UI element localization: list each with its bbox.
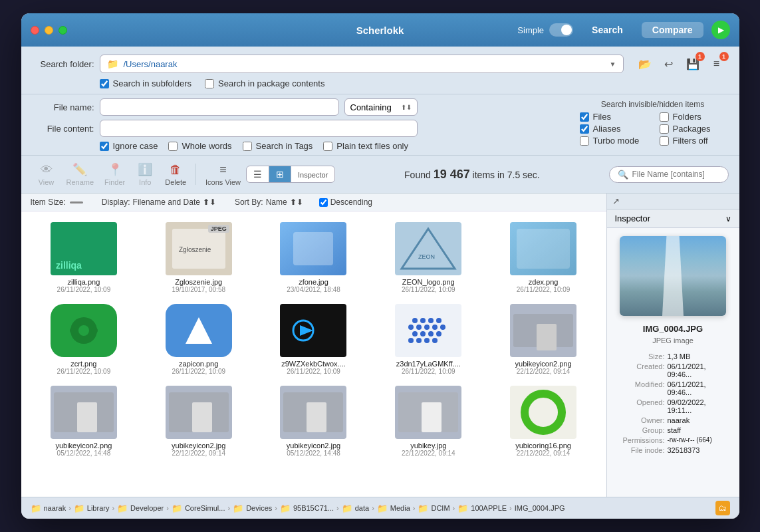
list-item[interactable]: zcrt.png 26/11/2022, 10:09 [27,299,142,380]
filecontent-input[interactable] [100,120,418,137]
simple-toggle[interactable]: Simple [517,23,573,37]
breadcrumb-item[interactable]: Devices [246,504,272,512]
list-item[interactable]: ZEON ZEON_logo.png 26/11/2022, 10:09 [371,217,486,299]
list-view-btn[interactable]: ≡ Icons View [200,160,246,189]
breadcrumb-item[interactable]: CoreSimul... [185,504,225,512]
list-item[interactable]: yubikeyicon2.png 22/12/2022, 09:14 [486,299,601,380]
descending-check[interactable]: Descending [319,198,372,207]
open-folder-button[interactable]: 📂 [636,55,654,73]
search-package-option[interactable]: Search in package contents [205,78,324,88]
packages-option[interactable]: Packages [660,124,726,134]
breadcrumb-item[interactable]: Developer [130,504,164,512]
compare-button[interactable]: Compare [642,22,703,38]
list-item[interactable]: zfone.jpg 23/04/2012, 18:48 [256,217,371,299]
turbo-label: Turbo mode [593,136,640,146]
close-button[interactable] [31,26,39,35]
minimize-button[interactable] [45,26,53,35]
list-item[interactable]: z9WZXekbCtwox.... 26/11/2022, 10:09 [256,299,371,380]
turbo-checkbox[interactable] [580,136,589,146]
filename-input[interactable] [100,98,339,116]
folders-checkbox[interactable] [660,112,669,122]
inspector-title: Inspector [615,213,650,223]
info-toolbar-btn[interactable]: ℹ️ Info [130,160,160,189]
owner-key: Owner: [615,416,665,424]
search-subfolders-option[interactable]: Search in subfolders [100,78,192,88]
plain-text-checkbox[interactable] [323,142,332,151]
aliases-checkbox[interactable] [580,124,589,134]
found-suffix: items in 7.5 sec. [473,170,540,180]
view-label: View [39,178,55,186]
maximize-button[interactable] [59,26,67,35]
info-icon: ℹ️ [138,162,152,177]
packages-checkbox[interactable] [660,124,669,134]
turbo-option[interactable]: Turbo mode [580,136,646,146]
delete-toolbar-btn[interactable]: 🗑 Delete [160,160,191,189]
display-select[interactable]: Display: Filename and Date ⬆⬇ [102,198,216,207]
svg-point-24 [428,318,434,323]
list-item[interactable]: zdex.png 26/11/2022, 10:09 [486,217,601,299]
list-item[interactable]: yubikey.jpg 22/12/2022, 09:14 [371,380,486,462]
filters-button[interactable]: ≡1 [707,55,726,73]
rename-toolbar-btn[interactable]: ✏️ Rename [61,160,100,189]
sort-select[interactable]: Sort By: Name ⬆⬇ [235,198,303,207]
search-tags-label: Search in Tags [256,141,313,151]
list-item[interactable]: yubikeyicon2.png 05/12/2022, 14:48 [27,380,142,462]
grid-view-toggle[interactable]: ⊞ [269,166,291,182]
plain-text-option[interactable]: Plain text files only [323,141,408,151]
breadcrumb-item[interactable]: 95B15C71... [293,504,334,512]
folder-input[interactable]: 📁 /Users/naarak ▼ [100,55,624,73]
breadcrumb-item[interactable]: DCIM [431,504,449,512]
item-size-bar[interactable] [70,201,83,203]
modified-val: 06/11/2021, 09:46... [668,380,731,396]
list-item[interactable]: JPEG Zgłoszenie Zgloszenie.jpg 19/10/201… [141,217,256,299]
list-item[interactable]: zapicon.png 26/11/2022, 10:09 [141,299,256,380]
whole-words-label: Whole words [182,141,231,151]
list-item[interactable]: yubicoring16.png 22/12/2022, 09:14 [486,380,601,462]
breadcrumb-sep: › [336,504,339,512]
whole-words-option[interactable]: Whole words [168,141,231,151]
files-option[interactable]: Files [580,112,646,122]
search-tags-option[interactable]: Search in Tags [243,141,313,151]
breadcrumb-item[interactable]: data [355,504,369,512]
breadcrumb-item[interactable]: Media [390,504,410,512]
inspector-open-icon[interactable]: ↗ [612,196,620,206]
list-item[interactable]: zilliqa zilliqa.png 26/11/2022, 10:09 [27,217,142,299]
item-size-control: Item Size: [31,198,83,207]
play-button[interactable] [711,21,730,39]
filters-off-checkbox[interactable] [660,136,669,146]
search-package-checkbox[interactable] [205,79,214,88]
containing-select[interactable]: Containing ⬆⬇ [344,98,418,116]
filters-off-option[interactable]: Filters off [660,136,726,146]
back-button[interactable]: ↩ [660,55,678,73]
files-checkbox[interactable] [580,112,589,122]
folders-option[interactable]: Folders [660,112,726,122]
inspector-view-toggle[interactable]: Inspector [291,166,334,182]
breadcrumb-item[interactable]: naarak [44,504,66,512]
search-icon: 🔍 [618,170,628,180]
breadcrumb-item[interactable]: Library [87,504,110,512]
list-item[interactable]: z3dn17yLaGMKff.... 26/11/2022, 10:09 [371,299,486,380]
finder-toolbar-btn[interactable]: 📍 Finder [99,160,130,189]
breadcrumb-item[interactable]: 100APPLE [471,504,507,512]
filename-search-box[interactable]: 🔍 [609,166,729,183]
filename-search-input[interactable] [632,170,720,179]
list-item[interactable]: yubikeyicon2.jpg 05/12/2022, 14:48 [256,380,371,462]
ignore-case-option[interactable]: Ignore case [100,141,158,151]
ignore-case-checkbox[interactable] [100,142,109,151]
inspector-collapse-icon[interactable]: ∨ [725,214,731,223]
whole-words-checkbox[interactable] [168,142,178,151]
toggle-switch[interactable] [549,23,573,37]
list-item[interactable]: yubikeyicon2.jpg 22/12/2022, 09:14 [141,380,256,462]
list-view-toggle[interactable]: ☰ [247,166,269,182]
breadcrumb-sep: › [372,504,374,512]
breadcrumb-tail-icon[interactable]: 🗂 [715,501,730,515]
search-subfolders-checkbox[interactable] [100,79,109,88]
file-grid-scroll[interactable]: zilliqa zilliqa.png 26/11/2022, 10:09 JP… [21,211,606,497]
search-tags-checkbox[interactable] [243,142,252,151]
search-button[interactable]: Search [581,22,634,38]
view-toolbar-btn[interactable]: 👁 View [32,160,61,189]
descending-checkbox[interactable] [319,198,328,207]
aliases-option[interactable]: Aliases [580,124,646,134]
history-button[interactable]: 💾1 [684,55,702,73]
svg-point-22 [412,318,418,323]
